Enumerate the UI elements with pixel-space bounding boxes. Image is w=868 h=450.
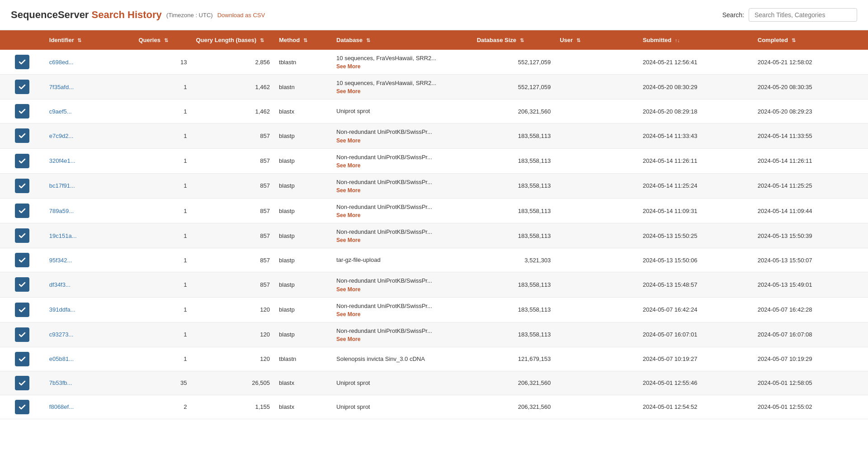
identifier-link[interactable]: 7b53fb... xyxy=(49,379,72,386)
see-more-link[interactable]: See More xyxy=(336,187,468,194)
row-checkbox-cell[interactable] xyxy=(0,322,45,347)
row-completed: 2024-05-14 11:33:55 xyxy=(753,123,868,148)
row-checkbox-cell[interactable] xyxy=(0,371,45,395)
row-checkbox-cell[interactable] xyxy=(0,173,45,198)
sort-icon-user: ⇅ xyxy=(576,38,580,43)
row-queries: 35 xyxy=(134,371,191,395)
checked-icon[interactable] xyxy=(15,303,29,317)
row-query-length: 120 xyxy=(192,297,275,322)
row-checkbox-cell[interactable] xyxy=(0,148,45,173)
checked-icon[interactable] xyxy=(15,80,29,94)
row-queries: 1 xyxy=(134,297,191,322)
identifier-link[interactable]: c93273... xyxy=(49,331,74,338)
checked-icon[interactable] xyxy=(15,400,29,414)
checked-icon[interactable] xyxy=(15,253,29,267)
identifier-link[interactable]: e7c9d2... xyxy=(49,133,74,139)
row-database-size: 3,521,303 xyxy=(472,248,556,272)
checked-icon[interactable] xyxy=(15,55,29,69)
checked-icon[interactable] xyxy=(15,104,29,118)
identifier-link[interactable]: 95f342... xyxy=(49,257,72,264)
identifier-link[interactable]: 7f35afd... xyxy=(49,84,74,90)
results-table-container: Identifier ⇅ Queries ⇅ Query Length (bas… xyxy=(0,30,868,419)
see-more-link[interactable]: See More xyxy=(336,286,468,293)
row-query-length: 857 xyxy=(192,248,275,272)
sort-icon-completed: ⇅ xyxy=(792,38,796,43)
col-method[interactable]: Method ⇅ xyxy=(274,30,332,50)
col-identifier[interactable]: Identifier ⇅ xyxy=(45,30,134,50)
table-row: c93273...1120blastpNon-redundant UniProt… xyxy=(0,322,868,347)
search-input[interactable] xyxy=(749,8,857,22)
row-query-length: 120 xyxy=(192,322,275,347)
col-query-length[interactable]: Query Length (bases) ⇅ xyxy=(192,30,275,50)
identifier-link[interactable]: df34f3... xyxy=(49,281,71,288)
identifier-link[interactable]: 789a59... xyxy=(49,208,74,214)
identifier-link[interactable]: 320f4e1... xyxy=(49,157,75,164)
identifier-link[interactable]: c9aef5... xyxy=(49,108,72,115)
checked-icon[interactable] xyxy=(15,277,29,292)
row-checkbox-cell[interactable] xyxy=(0,123,45,148)
row-database: Non-redundant UniProtKB/SwissPr...See Mo… xyxy=(332,322,472,347)
row-completed: 2024-05-13 15:50:07 xyxy=(753,248,868,272)
see-more-link[interactable]: See More xyxy=(336,212,468,218)
checked-icon[interactable] xyxy=(15,154,29,168)
download-csv-link[interactable]: Download as CSV xyxy=(217,12,265,19)
database-text: 10 sequences, FraVesHawaii, SRR2... xyxy=(336,80,436,86)
col-completed[interactable]: Completed ⇅ xyxy=(753,30,868,50)
row-method: blastp xyxy=(274,198,332,223)
row-checkbox-cell[interactable] xyxy=(0,248,45,272)
see-more-link[interactable]: See More xyxy=(336,63,468,70)
row-query-length: 857 xyxy=(192,123,275,148)
row-completed: 2024-05-14 11:26:11 xyxy=(753,148,868,173)
row-identifier: 789a59... xyxy=(45,198,134,223)
row-checkbox-cell[interactable] xyxy=(0,99,45,123)
checked-icon[interactable] xyxy=(15,204,29,218)
search-history-table: Identifier ⇅ Queries ⇅ Query Length (bas… xyxy=(0,30,868,419)
col-user[interactable]: User ⇅ xyxy=(555,30,638,50)
identifier-link[interactable]: e05b81... xyxy=(49,355,74,362)
checked-icon[interactable] xyxy=(15,228,29,243)
row-checkbox-cell[interactable] xyxy=(0,50,45,75)
col-database[interactable]: Database ⇅ xyxy=(332,30,472,50)
col-checkbox[interactable] xyxy=(0,30,45,50)
row-checkbox-cell[interactable] xyxy=(0,198,45,223)
row-database-size: 183,558,113 xyxy=(472,297,556,322)
identifier-link[interactable]: 391ddfa... xyxy=(49,306,75,313)
row-checkbox-cell[interactable] xyxy=(0,297,45,322)
row-completed: 2024-05-14 11:25:25 xyxy=(753,173,868,198)
identifier-link[interactable]: bc17f91... xyxy=(49,182,75,189)
row-completed: 2024-05-07 16:42:28 xyxy=(753,297,868,322)
row-checkbox-cell[interactable] xyxy=(0,272,45,297)
row-checkbox-cell[interactable] xyxy=(0,395,45,419)
row-method: blastp xyxy=(274,173,332,198)
row-query-length: 857 xyxy=(192,198,275,223)
see-more-link[interactable]: See More xyxy=(336,162,468,169)
row-method: blastp xyxy=(274,297,332,322)
checked-icon[interactable] xyxy=(15,128,29,143)
row-checkbox-cell[interactable] xyxy=(0,223,45,248)
checked-icon[interactable] xyxy=(15,179,29,193)
row-identifier: 19c151a... xyxy=(45,223,134,248)
row-completed: 2024-05-01 12:55:02 xyxy=(753,395,868,419)
identifier-link[interactable]: 19c151a... xyxy=(49,232,77,239)
checked-icon[interactable] xyxy=(15,376,29,390)
see-more-link[interactable]: See More xyxy=(336,311,468,317)
col-queries[interactable]: Queries ⇅ xyxy=(134,30,191,50)
database-text: Uniprot sprot xyxy=(336,379,370,386)
see-more-link[interactable]: See More xyxy=(336,88,468,95)
row-completed: 2024-05-14 11:09:44 xyxy=(753,198,868,223)
identifier-link[interactable]: f8068ef... xyxy=(49,403,74,410)
table-row: e7c9d2...1857blastpNon-redundant UniProt… xyxy=(0,123,868,148)
see-more-link[interactable]: See More xyxy=(336,237,468,243)
checked-icon[interactable] xyxy=(15,327,29,342)
identifier-link[interactable]: c698ed... xyxy=(49,59,74,66)
see-more-link[interactable]: See More xyxy=(336,137,468,144)
row-submitted: 2024-05-20 08:29:18 xyxy=(638,99,753,123)
col-database-size[interactable]: Database Size ⇅ xyxy=(472,30,556,50)
col-submitted[interactable]: Submitted ↑↓ xyxy=(638,30,753,50)
row-query-length: 857 xyxy=(192,272,275,297)
row-checkbox-cell[interactable] xyxy=(0,75,45,99)
row-checkbox-cell[interactable] xyxy=(0,347,45,371)
checked-icon[interactable] xyxy=(15,352,29,366)
see-more-link[interactable]: See More xyxy=(336,336,468,342)
sort-icon-method: ⇅ xyxy=(303,38,307,43)
